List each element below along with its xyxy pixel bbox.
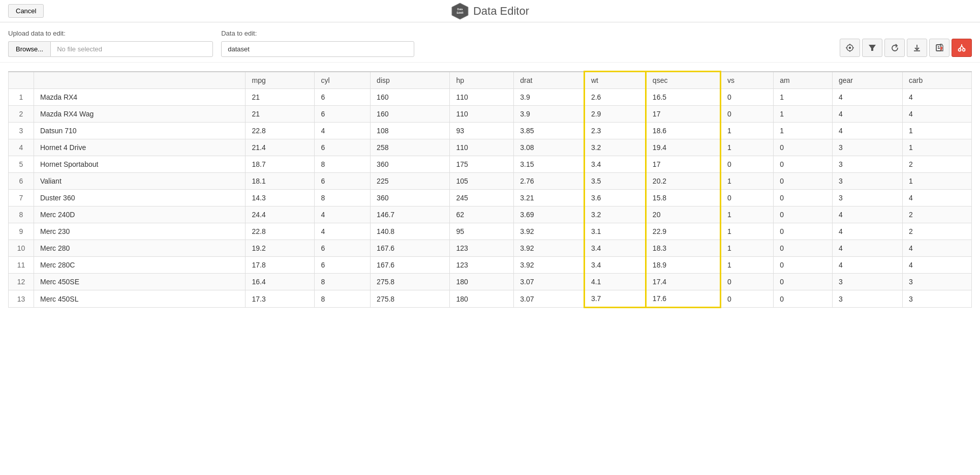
filter-button[interactable] xyxy=(862,39,882,57)
cell-r7-c8[interactable]: 20 xyxy=(646,206,720,223)
cell-r2-c12[interactable]: 1 xyxy=(902,123,971,139)
cell-r4-c1[interactable]: Hornet Sportabout xyxy=(34,156,246,173)
cell-r5-c11[interactable]: 3 xyxy=(832,173,902,190)
cell-r12-c1[interactable]: Merc 450SL xyxy=(34,290,246,308)
dataset-input[interactable] xyxy=(221,41,414,57)
cell-r2-c5[interactable]: 93 xyxy=(450,123,514,139)
cell-r2-c7[interactable]: 2.3 xyxy=(584,123,646,139)
cell-r9-c11[interactable]: 4 xyxy=(832,240,902,257)
cell-r8-c3[interactable]: 4 xyxy=(315,223,371,240)
cell-r1-c12[interactable]: 4 xyxy=(902,106,971,123)
cell-r3-c1[interactable]: Hornet 4 Drive xyxy=(34,139,246,156)
cell-r7-c6[interactable]: 3.69 xyxy=(514,206,585,223)
cell-r6-c7[interactable]: 3.6 xyxy=(584,190,646,206)
upload-button[interactable] xyxy=(929,39,950,57)
cell-r3-c6[interactable]: 3.08 xyxy=(514,139,585,156)
cell-r0-c12[interactable]: 4 xyxy=(902,89,971,106)
cell-r6-c0[interactable]: 7 xyxy=(9,190,34,206)
col-header-1[interactable] xyxy=(34,72,246,89)
cell-r10-c8[interactable]: 18.9 xyxy=(646,257,720,274)
cell-r12-c8[interactable]: 17.6 xyxy=(646,290,720,308)
cell-r4-c4[interactable]: 360 xyxy=(371,156,450,173)
cell-r5-c12[interactable]: 1 xyxy=(902,173,971,190)
cell-r11-c12[interactable]: 3 xyxy=(902,274,971,290)
cell-r5-c7[interactable]: 3.5 xyxy=(584,173,646,190)
cell-r6-c10[interactable]: 0 xyxy=(774,190,833,206)
cell-r3-c2[interactable]: 21.4 xyxy=(246,139,315,156)
cell-r4-c7[interactable]: 3.4 xyxy=(584,156,646,173)
cell-r12-c0[interactable]: 13 xyxy=(9,290,34,308)
cell-r7-c2[interactable]: 24.4 xyxy=(246,206,315,223)
cell-r4-c8[interactable]: 17 xyxy=(646,156,720,173)
cell-r12-c9[interactable]: 0 xyxy=(721,290,774,308)
cell-r12-c11[interactable]: 3 xyxy=(832,290,902,308)
cell-r2-c3[interactable]: 4 xyxy=(315,123,371,139)
cell-r6-c9[interactable]: 0 xyxy=(721,190,774,206)
cell-r10-c6[interactable]: 3.92 xyxy=(514,257,585,274)
col-header-gear[interactable]: gear xyxy=(832,72,902,89)
download-button[interactable] xyxy=(907,39,927,57)
cell-r8-c11[interactable]: 4 xyxy=(832,223,902,240)
cell-r3-c10[interactable]: 0 xyxy=(774,139,833,156)
cell-r9-c5[interactable]: 123 xyxy=(450,240,514,257)
col-header-0[interactable] xyxy=(9,72,34,89)
cell-r11-c1[interactable]: Merc 450SE xyxy=(34,274,246,290)
cell-r9-c2[interactable]: 19.2 xyxy=(246,240,315,257)
col-header-disp[interactable]: disp xyxy=(371,72,450,89)
cell-r10-c7[interactable]: 3.4 xyxy=(584,257,646,274)
cell-r12-c6[interactable]: 3.07 xyxy=(514,290,585,308)
cell-r7-c9[interactable]: 1 xyxy=(721,206,774,223)
cell-r0-c5[interactable]: 110 xyxy=(450,89,514,106)
cell-r1-c0[interactable]: 2 xyxy=(9,106,34,123)
cell-r11-c9[interactable]: 0 xyxy=(721,274,774,290)
cell-r2-c6[interactable]: 3.85 xyxy=(514,123,585,139)
cell-r7-c7[interactable]: 3.2 xyxy=(584,206,646,223)
cell-r11-c5[interactable]: 180 xyxy=(450,274,514,290)
cell-r0-c2[interactable]: 21 xyxy=(246,89,315,106)
cell-r7-c0[interactable]: 8 xyxy=(9,206,34,223)
cell-r8-c12[interactable]: 2 xyxy=(902,223,971,240)
cell-r11-c11[interactable]: 3 xyxy=(832,274,902,290)
cell-r8-c0[interactable]: 9 xyxy=(9,223,34,240)
cell-r8-c4[interactable]: 140.8 xyxy=(371,223,450,240)
cell-r1-c9[interactable]: 0 xyxy=(721,106,774,123)
cell-r5-c3[interactable]: 6 xyxy=(315,173,371,190)
cell-r11-c2[interactable]: 16.4 xyxy=(246,274,315,290)
cell-r9-c6[interactable]: 3.92 xyxy=(514,240,585,257)
cell-r8-c6[interactable]: 3.92 xyxy=(514,223,585,240)
cell-r4-c10[interactable]: 0 xyxy=(774,156,833,173)
cell-r6-c8[interactable]: 15.8 xyxy=(646,190,720,206)
cell-r1-c4[interactable]: 160 xyxy=(371,106,450,123)
cell-r2-c8[interactable]: 18.6 xyxy=(646,123,720,139)
cell-r10-c3[interactable]: 6 xyxy=(315,257,371,274)
cell-r9-c0[interactable]: 10 xyxy=(9,240,34,257)
cell-r4-c11[interactable]: 3 xyxy=(832,156,902,173)
cell-r2-c2[interactable]: 22.8 xyxy=(246,123,315,139)
cell-r3-c11[interactable]: 3 xyxy=(832,139,902,156)
cell-r3-c8[interactable]: 19.4 xyxy=(646,139,720,156)
cell-r7-c5[interactable]: 62 xyxy=(450,206,514,223)
cell-r6-c1[interactable]: Duster 360 xyxy=(34,190,246,206)
cell-r5-c1[interactable]: Valiant xyxy=(34,173,246,190)
cancel-button[interactable]: Cancel xyxy=(8,4,44,18)
cell-r2-c11[interactable]: 4 xyxy=(832,123,902,139)
refresh-button[interactable] xyxy=(884,39,905,57)
cell-r8-c5[interactable]: 95 xyxy=(450,223,514,240)
cell-r12-c12[interactable]: 3 xyxy=(902,290,971,308)
cell-r7-c10[interactable]: 0 xyxy=(774,206,833,223)
cell-r5-c5[interactable]: 105 xyxy=(450,173,514,190)
cell-r6-c12[interactable]: 4 xyxy=(902,190,971,206)
cell-r10-c11[interactable]: 4 xyxy=(832,257,902,274)
cell-r5-c10[interactable]: 0 xyxy=(774,173,833,190)
cell-r8-c10[interactable]: 0 xyxy=(774,223,833,240)
col-header-mpg[interactable]: mpg xyxy=(246,72,315,89)
cell-r1-c2[interactable]: 21 xyxy=(246,106,315,123)
cell-r1-c3[interactable]: 6 xyxy=(315,106,371,123)
cell-r6-c2[interactable]: 14.3 xyxy=(246,190,315,206)
cell-r0-c0[interactable]: 1 xyxy=(9,89,34,106)
cell-r0-c6[interactable]: 3.9 xyxy=(514,89,585,106)
cell-r9-c12[interactable]: 4 xyxy=(902,240,971,257)
cell-r0-c10[interactable]: 1 xyxy=(774,89,833,106)
cell-r4-c5[interactable]: 175 xyxy=(450,156,514,173)
cell-r4-c3[interactable]: 8 xyxy=(315,156,371,173)
